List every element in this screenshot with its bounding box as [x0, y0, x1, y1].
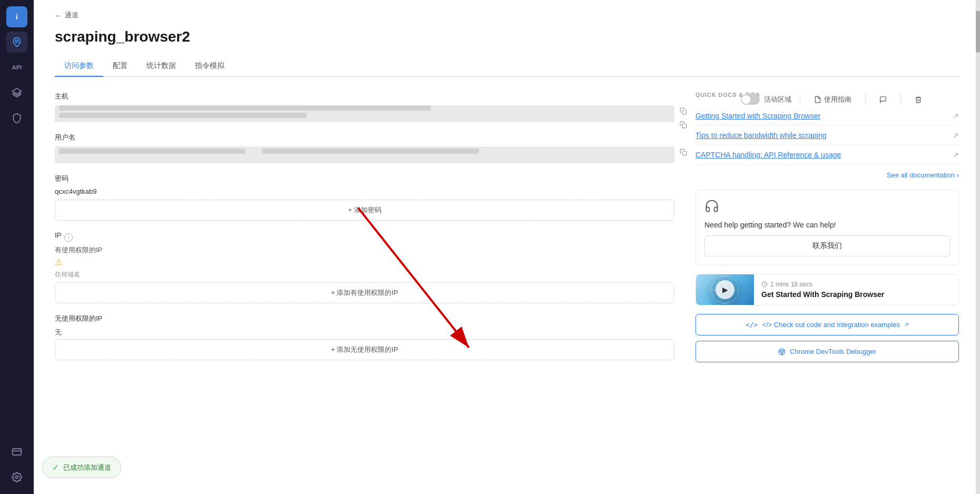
active-region-toggle[interactable]: [741, 94, 760, 105]
doc-link-2-text: Tips to reduce bandwidth while scraping: [695, 131, 827, 140]
back-label: 通道: [65, 11, 79, 20]
code-examples-btn[interactable]: </> </> Check out code and integration e…: [695, 314, 959, 335]
video-duration: 1 mins 18 secs: [761, 281, 884, 288]
right-column: QUICK DOCS & TIPS Getting Started with S…: [695, 92, 959, 368]
svg-rect-6: [682, 124, 687, 128]
doc-link-1-text: Getting Started with Scraping Browser: [695, 112, 820, 120]
doc-links-list: Getting Started with Scraping Browser ↗ …: [695, 106, 959, 165]
location-icon: [12, 37, 22, 47]
page-title: scraping_browser2: [55, 28, 959, 45]
host-field-row: [55, 105, 674, 122]
ip-subtitle: 有使用权限的IP: [55, 245, 674, 255]
card-icon: [12, 447, 22, 457]
host-field: [55, 105, 674, 122]
copy-host-icon[interactable]: [678, 105, 689, 117]
username-blur-bar1: [59, 149, 245, 154]
tab-access[interactable]: 访问参数: [55, 56, 103, 77]
warning-icon: ⚠: [55, 257, 674, 267]
password-value: qcxc4vgtkab9: [55, 187, 674, 195]
sidebar-icon-api[interactable]: API: [6, 57, 27, 78]
top-actions: 活动区域 使用指南: [741, 92, 927, 107]
password-label: 密码: [55, 174, 674, 183]
svg-rect-5: [682, 110, 687, 114]
see-all-docs[interactable]: See all documentation ›: [695, 171, 959, 179]
no-ip-value: 无: [55, 328, 674, 337]
comment-icon: [879, 96, 887, 103]
help-text: Need help getting started? We can help!: [704, 221, 950, 229]
sidebar: i API: [0, 0, 34, 494]
sidebar-icon-shield[interactable]: [6, 107, 27, 129]
success-toast: ✓ 已成功添加通道: [42, 457, 121, 478]
divider-2: [865, 94, 866, 105]
active-region-toggle-wrap: 活动区域: [741, 94, 791, 105]
main-content: ← 通道 scraping_browser2 活动区域 使用指南: [34, 0, 980, 494]
svg-point-4: [16, 476, 18, 479]
username-blur-bar2: [262, 149, 479, 154]
sidebar-icon-location[interactable]: [6, 32, 27, 53]
tab-simulate[interactable]: 指令模拟: [185, 56, 234, 77]
tab-config[interactable]: 配置: [103, 56, 137, 77]
svg-point-0: [16, 40, 18, 43]
see-all-chevron: ›: [957, 171, 959, 179]
devtools-debugger-btn[interactable]: Chrome DevTools Debugger: [695, 341, 959, 362]
username-field-row: [55, 146, 674, 163]
ip-info-icon[interactable]: i: [64, 233, 73, 242]
toast-check-icon: ✓: [52, 462, 59, 472]
video-info: 1 mins 18 secs Get Started With Scraping…: [754, 274, 891, 305]
document-icon: [814, 96, 821, 103]
scrollbar[interactable]: [976, 0, 980, 494]
video-play-button[interactable]: ▶: [716, 280, 734, 299]
host-blur-bar: [59, 105, 431, 111]
svg-rect-2: [13, 449, 22, 455]
no-ip-label: 无使用权限的IP: [55, 314, 674, 323]
video-card[interactable]: ▶ 1 mins 18 secs Get Started With Scrapi…: [695, 274, 959, 305]
copy-host-icon2[interactable]: [678, 119, 689, 131]
sidebar-icon-settings[interactable]: [6, 467, 27, 488]
tab-stats[interactable]: 统计数据: [137, 56, 185, 77]
headset-icon: [704, 199, 950, 216]
scrollbar-thumb[interactable]: [976, 11, 980, 53]
doc-link-1-arrow: ↗: [953, 112, 959, 120]
ip-main-label: IP: [55, 231, 61, 239]
left-column: 主机 用户名: [55, 92, 674, 368]
username-label: 用户名: [55, 133, 674, 142]
ip-label-row: IP i: [55, 231, 674, 243]
host-label: 主机: [55, 92, 674, 101]
sidebar-icon-layers[interactable]: [6, 82, 27, 103]
api-icon: API: [12, 64, 22, 71]
doc-link-2[interactable]: Tips to reduce bandwidth while scraping …: [695, 126, 959, 145]
doc-link-3[interactable]: CAPTCHA handling: API Reference & usage …: [695, 145, 959, 165]
comment-button[interactable]: [874, 93, 892, 106]
chrome-icon: [778, 348, 786, 355]
guide-button[interactable]: 使用指南: [809, 92, 857, 107]
sidebar-icon-card[interactable]: [6, 441, 27, 462]
see-all-text: See all documentation: [887, 171, 955, 179]
sidebar-icon-info[interactable]: i: [6, 6, 27, 27]
ip-any-domain: 任何域名: [55, 270, 674, 279]
doc-link-3-arrow: ↗: [953, 151, 959, 159]
tabs: 访问参数 配置 统计数据 指令模拟: [55, 56, 959, 77]
layers-icon: [12, 87, 22, 98]
svg-rect-7: [682, 151, 687, 155]
clock-icon: [761, 281, 768, 288]
toast-text: 已成功添加通道: [63, 463, 111, 472]
doc-link-3-text: CAPTCHA handling: API Reference & usage: [695, 151, 841, 159]
doc-link-1[interactable]: Getting Started with Scraping Browser ↗: [695, 106, 959, 126]
divider-1: [800, 94, 800, 105]
back-nav[interactable]: ← 通道: [55, 11, 959, 20]
help-card: Need help getting started? We can help! …: [695, 190, 959, 265]
add-ip-btn[interactable]: + 添加有使用权限的IP: [55, 282, 674, 303]
header-area: scraping_browser2 活动区域 使用指南: [55, 28, 959, 45]
settings-icon: [12, 472, 22, 482]
guide-label: 使用指南: [824, 95, 851, 104]
add-no-ip-btn[interactable]: + 添加无使用权限的IP: [55, 339, 674, 360]
copy-username-icon[interactable]: [678, 146, 689, 158]
contact-button[interactable]: 联系我们: [704, 235, 950, 256]
video-title: Get Started With Scraping Browser: [761, 290, 884, 299]
back-arrow: ←: [55, 12, 62, 19]
content-row: 主机 用户名: [55, 92, 959, 368]
ip-section: IP i 有使用权限的IP ⚠ 任何域名 + 添加有使用权限的IP 无使用权限的…: [55, 231, 674, 360]
host-blur-bar2: [59, 113, 307, 118]
add-password-btn[interactable]: + 添加密码: [55, 200, 674, 221]
delete-button[interactable]: [909, 93, 927, 106]
